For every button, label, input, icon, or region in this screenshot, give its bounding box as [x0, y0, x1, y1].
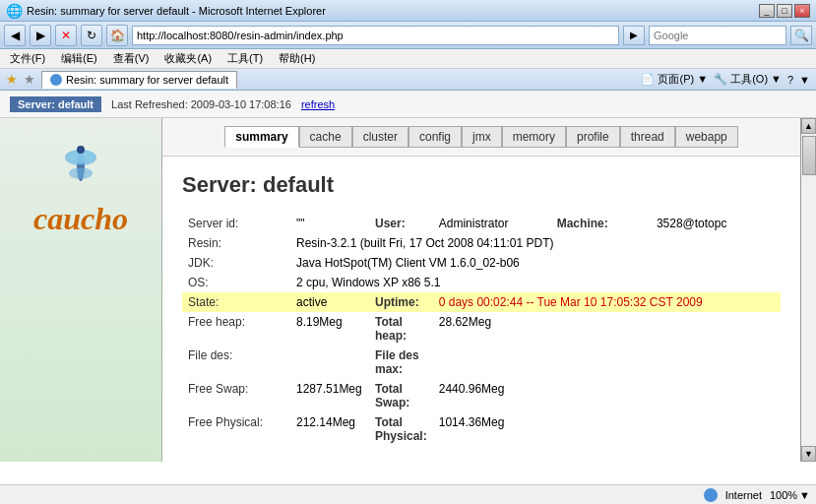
- table-row: Free Physical: 212.14Meg Total Physical:…: [182, 412, 781, 446]
- menu-file[interactable]: 文件(F): [6, 51, 49, 66]
- zoom-label: 100%: [770, 489, 797, 501]
- table-row: JDK: Java HotSpot(TM) Client VM 1.6.0_02…: [182, 253, 781, 273]
- resin-value: Resin-3.2.1 (built Fri, 17 Oct 2008 04:1…: [290, 233, 781, 253]
- file-des-label: File des:: [182, 346, 290, 379]
- browser-title: Resin: summary for server default - Micr…: [27, 5, 326, 17]
- table-row: Server id: "" User: Administrator Machin…: [182, 214, 781, 233]
- more-control[interactable]: ▼: [799, 74, 810, 86]
- fav-tab-icon: [50, 74, 62, 86]
- tab-thread[interactable]: thread: [620, 126, 675, 148]
- menu-favorites[interactable]: 收藏夹(A): [160, 51, 216, 66]
- svg-point-5: [77, 146, 85, 154]
- free-swap-value: 1287.51Meg: [290, 379, 369, 412]
- file-des-max-label: File des max:: [369, 346, 433, 379]
- search-input[interactable]: [649, 26, 786, 45]
- refresh-button[interactable]: ↻: [81, 25, 102, 46]
- tools-control[interactable]: 🔧 工具(O) ▼: [714, 72, 782, 87]
- menu-help[interactable]: 帮助(H): [275, 51, 319, 66]
- free-swap-label: Free Swap:: [182, 379, 290, 412]
- uptime-value: 0 days 00:02:44 -- Tue Mar 10 17:05:32 C…: [433, 292, 781, 312]
- tab-summary[interactable]: summary: [224, 126, 298, 148]
- sidebar: caucho: [0, 118, 162, 462]
- table-row-state: State: active Uptime: 0 days 00:02:44 --…: [182, 292, 781, 312]
- jdk-value: Java HotSpot(TM) Client VM 1.6.0_02-b06: [290, 253, 781, 273]
- tab-jmx[interactable]: jmx: [462, 126, 502, 148]
- total-physical-value: 1014.36Meg: [433, 412, 781, 446]
- scroll-down-button[interactable]: ▼: [801, 446, 816, 462]
- go-button[interactable]: ▶: [623, 26, 645, 45]
- page-body: caucho summary cache cluster config jmx …: [0, 118, 816, 462]
- tab-webapp[interactable]: webapp: [675, 126, 738, 148]
- window-controls[interactable]: _ □ ×: [759, 4, 810, 18]
- tab-cache[interactable]: cache: [299, 126, 352, 148]
- machine-label: Machine:: [551, 214, 651, 233]
- page-control[interactable]: 📄 页面(P) ▼: [641, 72, 708, 87]
- free-heap-label: Free heap:: [182, 312, 290, 346]
- total-heap-value: 28.62Meg: [433, 312, 781, 346]
- menu-bar: 文件(F) 编辑(E) 查看(V) 收藏夹(A) 工具(T) 帮助(H): [0, 49, 816, 69]
- nav-bar: ◀ ▶ ✕ ↻ 🏠 ▶ 🔍: [0, 22, 816, 49]
- browser-icon: 🌐: [6, 3, 23, 19]
- total-swap-label: Total Swap:: [369, 379, 433, 412]
- zoom-dropdown-icon[interactable]: ▼: [799, 489, 810, 501]
- user-value: Administrator: [433, 214, 551, 233]
- nav-tabs: summary cache cluster config jmx memory …: [162, 118, 800, 157]
- server-id-value: "": [290, 214, 369, 233]
- menu-edit[interactable]: 编辑(E): [57, 51, 101, 66]
- minimize-button[interactable]: _: [759, 4, 775, 18]
- tab-config[interactable]: config: [408, 126, 462, 148]
- free-physical-value: 212.14Meg: [290, 412, 369, 446]
- state-value: active: [290, 292, 369, 312]
- favorites-tab[interactable]: Resin: summary for server default: [41, 71, 237, 89]
- favorites-bar: ★ ★ Resin: summary for server default 📄 …: [0, 69, 816, 91]
- menu-tools[interactable]: 工具(T): [223, 51, 267, 66]
- scrollbar[interactable]: ▲ ▼: [800, 118, 816, 462]
- menu-view[interactable]: 查看(V): [109, 51, 154, 66]
- main-content: summary cache cluster config jmx memory …: [162, 118, 800, 462]
- forward-button[interactable]: ▶: [30, 25, 51, 46]
- add-favorite-icon[interactable]: ★: [24, 72, 35, 87]
- svg-point-2: [69, 167, 93, 179]
- free-physical-label: Free Physical:: [182, 412, 290, 446]
- resin-label: Resin:: [182, 233, 290, 253]
- state-label: State:: [182, 292, 290, 312]
- server-info-table: Server id: "" User: Administrator Machin…: [182, 214, 781, 446]
- status-bar: Internet 100% ▼: [0, 484, 816, 504]
- table-row: Free Swap: 1287.51Meg Total Swap: 2440.9…: [182, 379, 781, 412]
- back-button[interactable]: ◀: [4, 25, 26, 46]
- table-row: File des: File des max:: [182, 346, 781, 379]
- os-value: 2 cpu, Windows XP x86 5.1: [290, 273, 781, 292]
- page-title: Server: default: [182, 172, 781, 198]
- server-id-label: Server id:: [182, 214, 290, 233]
- dragonfly-logo: [41, 138, 120, 192]
- machine-value: 3528@totopc: [651, 214, 781, 233]
- scroll-up-button[interactable]: ▲: [801, 118, 816, 134]
- last-refreshed: Last Refreshed: 2009-03-10 17:08:16: [111, 98, 291, 110]
- server-label: Server: default: [10, 96, 101, 112]
- file-des-max-value: [433, 346, 781, 379]
- scroll-thumb[interactable]: [802, 136, 816, 175]
- stop-button[interactable]: ✕: [55, 25, 77, 46]
- help-control[interactable]: ?: [787, 74, 793, 86]
- content-panel: Server: default Server id: "" User: Admi…: [162, 157, 800, 462]
- browser-titlebar: 🌐 Resin: summary for server default - Mi…: [0, 0, 816, 22]
- table-row: Free heap: 8.19Meg Total heap: 28.62Meg: [182, 312, 781, 346]
- tab-memory[interactable]: memory: [502, 126, 566, 148]
- zoom-control[interactable]: 100% ▼: [770, 489, 810, 501]
- tab-profile[interactable]: profile: [566, 126, 620, 148]
- address-input[interactable]: [132, 26, 619, 45]
- file-des-value: [290, 346, 369, 379]
- favorites-star-icon: ★: [6, 72, 18, 87]
- total-heap-label: Total heap:: [369, 312, 433, 346]
- zone-label: Internet: [725, 489, 762, 501]
- search-submit-button[interactable]: 🔍: [790, 26, 812, 45]
- browser-right-controls: 📄 页面(P) ▼ 🔧 工具(O) ▼ ? ▼: [641, 72, 810, 87]
- tab-cluster[interactable]: cluster: [352, 126, 408, 148]
- total-swap-value: 2440.96Meg: [433, 379, 781, 412]
- table-row: OS: 2 cpu, Windows XP x86 5.1: [182, 273, 781, 292]
- refresh-link[interactable]: refresh: [301, 98, 335, 110]
- close-button[interactable]: ×: [794, 4, 810, 18]
- home-button[interactable]: 🏠: [106, 25, 128, 46]
- maximize-button[interactable]: □: [777, 4, 792, 18]
- logo-text: caucho: [33, 201, 128, 237]
